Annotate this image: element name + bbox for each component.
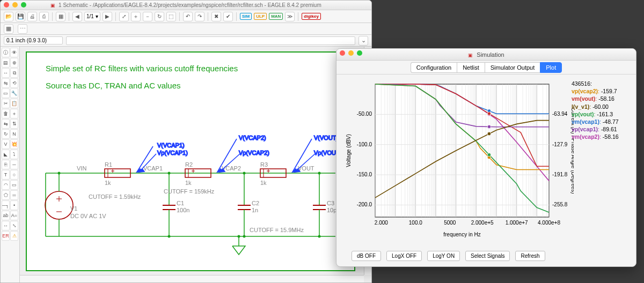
sheet-selector[interactable]: 1/1▾ <box>84 12 100 21</box>
stop-icon[interactable]: ✖ <box>211 12 221 21</box>
svg-point-69 <box>318 172 321 175</box>
ulp-badge[interactable]: ULP <box>254 13 267 20</box>
smash-tool-icon[interactable]: 💥 <box>10 139 18 149</box>
mirror-tool-icon[interactable]: ⇋ <box>2 78 10 88</box>
sim-zoom-button[interactable] <box>357 50 362 56</box>
sheet-prev-icon[interactable]: ◀ <box>72 12 82 21</box>
tab-netlist[interactable]: Netlist <box>457 62 485 73</box>
grid-toggle-icon[interactable]: ▦ <box>4 24 13 34</box>
net-tool-icon[interactable]: ─┐ <box>2 200 10 210</box>
rotate-tool-icon[interactable]: ⟲ <box>10 78 18 88</box>
command-input[interactable] <box>66 36 355 45</box>
svg-text:-191.8: -191.8 <box>552 172 568 177</box>
zoom-out-icon[interactable]: － <box>143 12 152 21</box>
schematic-svg: Simple set of RC filters with various cu… <box>24 50 362 275</box>
replace-tool-icon[interactable]: ↻ <box>2 129 10 139</box>
sim-button-refresh[interactable]: Refresh <box>515 251 545 261</box>
zoom-fit-icon[interactable]: ⤢ <box>119 12 129 21</box>
wire-tool-icon[interactable]: ─ <box>10 160 18 169</box>
go-icon[interactable]: ✔ <box>223 12 233 21</box>
sim-button-logy-on[interactable]: LogY ON <box>427 251 460 261</box>
zoom-select-icon[interactable]: ⬚ <box>166 12 176 21</box>
sheet-next-icon[interactable]: ▶ <box>103 12 112 21</box>
tab-simulator-output[interactable]: Simulator Output <box>485 62 540 73</box>
svg-point-171 <box>487 132 491 135</box>
schematic-canvas[interactable]: Simple set of RC filters with various cu… <box>20 47 371 282</box>
window-zoom-button[interactable] <box>21 2 26 8</box>
coordinate-readout: 0.1 inch (0.9 3.0) <box>4 36 63 44</box>
info-tool-icon[interactable]: ⓘ <box>2 48 10 57</box>
label-tool-icon[interactable]: ab <box>2 211 10 220</box>
arc-tool-icon[interactable]: ◠ <box>2 180 10 190</box>
svg-point-74 <box>238 235 240 238</box>
tab-configuration[interactable]: Configuration <box>411 62 457 73</box>
redo-icon[interactable]: ↷ <box>195 12 204 21</box>
legend-row[interactable]: vp(vcap1): -89.61 <box>572 125 631 133</box>
invoke-tool-icon[interactable]: ⎘ <box>2 160 10 169</box>
erc-tool-icon[interactable]: ER <box>2 231 10 241</box>
gateswap-tool-icon[interactable]: ⇅ <box>10 119 18 129</box>
board-icon[interactable]: ▦ <box>56 12 65 21</box>
layer-tool-icon[interactable]: ▤ <box>2 58 10 68</box>
bus-tool-icon[interactable]: ═ <box>10 190 18 200</box>
eagle-titlebar[interactable]: ▣ 1 Schematic - /Applications/EAGLE-8.4.… <box>1 1 371 10</box>
rect-tool-icon[interactable]: ▭ <box>10 180 18 190</box>
tab-plot[interactable]: Plot <box>540 62 562 73</box>
pinswap-tool-icon[interactable]: ⇆ <box>2 119 10 129</box>
zoom-redraw-icon[interactable]: ↻ <box>155 12 164 21</box>
legend-row[interactable]: I(v_v1): -60.00 <box>572 103 631 110</box>
print-icon[interactable]: 🖨 <box>27 12 37 21</box>
fwd-icon[interactable]: ≫ <box>285 12 295 21</box>
undo-icon[interactable]: ↶ <box>183 12 193 21</box>
sim-plot[interactable]: -50.00-100.0-150.0-200.0-63.94-127.9-191… <box>343 79 574 240</box>
svg-point-168 <box>487 125 491 128</box>
change-tool-icon[interactable]: 🔧 <box>10 88 18 98</box>
sim-button-logx-off[interactable]: LogX OFF <box>386 251 422 261</box>
dim2-tool-icon[interactable]: ⤡ <box>10 221 18 230</box>
miter-tool-icon[interactable]: ◣ <box>2 150 10 159</box>
sim-titlebar[interactable]: ▣ Simulation <box>336 49 636 61</box>
man-badge[interactable]: MAN <box>269 13 283 20</box>
horizontal-scrollbar[interactable] <box>20 275 364 282</box>
sim-button-db-off[interactable]: dB OFF <box>352 251 381 261</box>
cam-icon[interactable]: ⎙ <box>39 12 49 21</box>
name-tool-icon[interactable]: N <box>10 129 18 139</box>
dimension-tool-icon[interactable]: ↔︎ <box>2 221 10 230</box>
poly-tool-icon[interactable]: ⬠ <box>2 190 10 200</box>
save-icon[interactable]: 💾 <box>16 12 25 21</box>
copy-tool-icon[interactable]: ⧉ <box>10 68 18 78</box>
legend-row[interactable]: vp(vout): -161.3 <box>572 110 631 118</box>
window-close-button[interactable] <box>4 2 9 8</box>
circle-tool-icon[interactable]: ○ <box>10 170 18 180</box>
group-tool-icon[interactable]: ▭ <box>2 88 10 98</box>
sim-close-button[interactable] <box>340 50 345 56</box>
legend-row[interactable]: vm(vcap1): -48.77 <box>572 118 631 125</box>
zoom-in-icon[interactable]: ＋ <box>131 12 141 21</box>
errors-tool-icon[interactable]: ⚠ <box>10 231 18 241</box>
attribute-tool-icon[interactable]: A= <box>10 211 18 220</box>
open-icon[interactable]: 📂 <box>4 12 13 21</box>
legend-row[interactable]: vm(vcap2): -58.16 <box>572 133 631 140</box>
delete-tool-icon[interactable]: 🗑 <box>2 109 10 118</box>
text-tool-icon[interactable]: T <box>2 170 10 180</box>
command-go-icon[interactable]: ⌄ <box>358 36 368 46</box>
paste-tool-icon[interactable]: 📋 <box>10 99 18 108</box>
grid-settings-icon[interactable]: ⋯ <box>18 24 27 34</box>
sim-badge[interactable]: SIM <box>240 13 252 20</box>
junction-tool-icon[interactable]: • <box>10 200 18 210</box>
svg-text:-200.0: -200.0 <box>357 202 372 207</box>
value-tool-icon[interactable]: V <box>2 139 10 149</box>
legend-row[interactable]: vp(vcap2): -159.7 <box>572 87 631 95</box>
sim-button-select-signals[interactable]: Select Signals <box>465 251 510 261</box>
digikey-badge[interactable]: digikey <box>302 13 321 20</box>
mark-tool-icon[interactable]: ⊕ <box>10 58 18 68</box>
sim-minimize-button[interactable] <box>348 50 354 56</box>
move-tool-icon[interactable]: ↔ <box>2 68 10 78</box>
window-minimize-button[interactable] <box>12 2 18 8</box>
split-tool-icon[interactable]: ⤵ <box>10 150 18 159</box>
add-tool-icon[interactable]: ＋ <box>10 109 18 118</box>
show-tool-icon[interactable]: 👁 <box>10 48 18 57</box>
legend-row[interactable]: vm(vout): -58.16 <box>572 95 631 102</box>
schematic-title1: Simple set of RC filters with various cu… <box>46 64 238 73</box>
cutpaste-tool-icon[interactable]: ✂ <box>2 99 10 108</box>
